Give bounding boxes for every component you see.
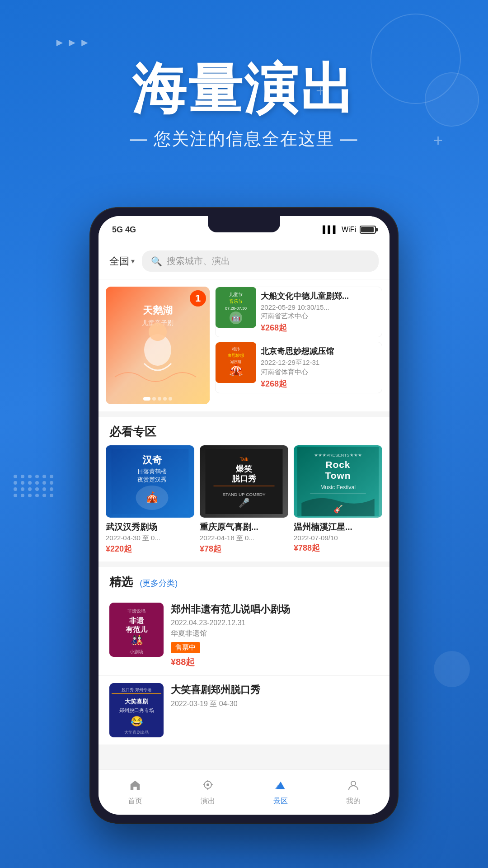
phone-screen: 5G 4G ▌▌▌ WiFi 全国 ▾ 🔍 (99, 216, 389, 815)
content-area: 天鹅湖 儿童亲子剧 1 (99, 279, 389, 779)
svg-text:🤖: 🤖 (231, 313, 240, 322)
sel-poster-2-artwork: 脱口秀·郑州专场 大笑喜剧 郑州脱口秀专场 😂 大笑喜剧出品 (109, 683, 164, 737)
selected-label: 精选 (109, 575, 133, 589)
card-2-artwork: 相扑 奇思妙想 减压馆 🎪 (216, 342, 256, 383)
nav-item-scenic[interactable]: 景区 (244, 779, 317, 806)
hero-title: 海量演出 (0, 59, 488, 118)
banner-card-1-date: 2022-05-29 10:30/15... (261, 303, 378, 311)
banner-card-2[interactable]: 相扑 奇思妙想 减压馆 🎪 北京奇思妙想减压馆 2022-12-29至12-31 (215, 342, 382, 393)
svg-text:有范儿: 有范儿 (125, 626, 148, 633)
selected-more-tag[interactable]: (更多分类) (140, 579, 178, 588)
shows-icon (202, 779, 214, 795)
selected-date-2: 2022-03-19 至 04-30 (171, 699, 379, 709)
svg-text:汉奇: 汉奇 (142, 454, 163, 466)
poster-3-artwork: ★★★PRESENTS★★★ Rock Town Music Festival … (294, 445, 382, 518)
svg-text:日落黄鹤楼: 日落黄鹤楼 (137, 468, 167, 475)
svg-rect-26 (214, 486, 275, 486)
svg-text:★★★PRESENTS★★★: ★★★PRESENTS★★★ (314, 453, 361, 458)
svg-text:夜赏楚汉秀: 夜赏楚汉秀 (137, 476, 167, 483)
svg-text:脱口秀·郑州专场: 脱口秀·郑州专场 (122, 688, 151, 692)
selected-venue-1: 华夏非遗馆 (171, 629, 379, 638)
svg-text:音乐节: 音乐节 (229, 299, 243, 304)
banner-card-1-image: 儿童节 音乐节 07.28-07.30 🤖 (216, 287, 256, 328)
must-see-item-2-price: ¥78起 (200, 543, 288, 554)
svg-text:脱口秀: 脱口秀 (231, 474, 257, 483)
search-icon: 🔍 (151, 256, 162, 267)
status-badge-1: 售票中 (171, 642, 200, 653)
nav-item-profile[interactable]: 我的 (317, 779, 389, 806)
phone-frame: 5G 4G ▌▌▌ WiFi 全国 ▾ 🔍 (90, 208, 398, 823)
hero-subtitle: — 您关注的信息全在这里 — (0, 127, 488, 151)
svg-text:非遗说唱: 非遗说唱 (127, 609, 145, 613)
home-icon (129, 779, 141, 795)
svg-text:Talk: Talk (239, 457, 249, 462)
svg-text:大笑喜剧出品: 大笑喜剧出品 (124, 730, 149, 735)
banner-card-1-price: ¥268起 (261, 322, 378, 333)
nav-shows-label: 演出 (201, 797, 215, 806)
svg-text:小剧场: 小剧场 (130, 649, 143, 654)
must-see-item-3-name: 温州楠溪江星... (294, 521, 382, 533)
status-bar: 5G 4G ▌▌▌ WiFi (99, 216, 389, 243)
banner-main[interactable]: 天鹅湖 儿童亲子剧 1 (106, 287, 210, 404)
4g-label: 4G (125, 225, 136, 234)
hero-section: 海量演出 — 您关注的信息全在这里 — (0, 59, 488, 151)
network-status: 5G 4G (112, 225, 136, 235)
must-see-item-3-price: ¥788起 (294, 542, 382, 553)
svg-text:儿童节: 儿童节 (229, 292, 243, 297)
bg-decoration-play: ►►► (54, 36, 92, 49)
svg-text:07.28-07.30: 07.28-07.30 (225, 306, 247, 311)
nav-profile-label: 我的 (346, 797, 361, 806)
selected-item-2[interactable]: 脱口秀·郑州专场 大笑喜剧 郑州脱口秀专场 😂 大笑喜剧出品 大笑喜剧郑 (99, 676, 389, 745)
scenic-icon (274, 779, 287, 795)
poster-1-svg: 汉奇 日落黄鹤楼 夜赏楚汉秀 🎪 (109, 449, 191, 514)
banner-card-1[interactable]: 儿童节 音乐节 07.28-07.30 🤖 大船文化中德儿童剧郑... (215, 287, 382, 337)
must-see-item-3[interactable]: ★★★PRESENTS★★★ Rock Town Music Festival … (294, 445, 382, 554)
must-see-label: 必看专区 (109, 425, 156, 439)
chevron-down-icon: ▾ (131, 257, 135, 265)
selected-section: 精选 (更多分类) 非遗说唱 非遗 有范儿 🎎 (99, 567, 389, 745)
selected-price-1: ¥88起 (171, 656, 379, 668)
svg-text:Music Festival: Music Festival (320, 484, 356, 491)
sel-poster-1-svg: 非遗说唱 非遗 有范儿 🎎 小剧场 (109, 603, 164, 657)
svg-text:爆笑: 爆笑 (235, 464, 253, 473)
banner-main-image: 天鹅湖 儿童亲子剧 1 (106, 287, 210, 404)
banner-card-2-price: ¥268起 (261, 378, 378, 389)
svg-text:郑州脱口秀专场: 郑州脱口秀专场 (119, 708, 154, 713)
search-placeholder: 搜索城市、演出 (167, 255, 230, 267)
nav-item-shows[interactable]: 演出 (171, 779, 244, 806)
card-1-artwork: 儿童节 音乐节 07.28-07.30 🤖 (216, 287, 256, 328)
location-selector[interactable]: 全国 ▾ (109, 255, 135, 268)
app-header: 全国 ▾ 🔍 搜索城市、演出 (99, 243, 389, 279)
svg-text:大笑喜剧: 大笑喜剧 (124, 698, 148, 705)
selected-date-1: 2022.04.23-2022.12.31 (171, 619, 379, 627)
phone-mockup: 5G 4G ▌▌▌ WiFi 全国 ▾ 🔍 (90, 208, 398, 823)
svg-text:🎸: 🎸 (333, 505, 343, 514)
battery-icon (360, 226, 376, 234)
svg-text:🎪: 🎪 (228, 361, 244, 376)
banner-card-2-image: 相扑 奇思妙想 减压馆 🎪 (216, 342, 256, 383)
must-see-item-2[interactable]: Talk 爆笑 脱口秀 STAND UP COMEDY 🎤 重庆原 (200, 445, 288, 554)
must-see-item-1[interactable]: 汉奇 日落黄鹤楼 夜赏楚汉秀 🎪 武汉汉秀剧场 2022-04-30 至 0. (106, 445, 194, 554)
location-label: 全国 (109, 255, 129, 268)
must-see-item-1-date: 2022-04-30 至 0... (106, 534, 194, 542)
poster-3-svg: ★★★PRESENTS★★★ Rock Town Music Festival … (296, 447, 380, 516)
banner-card-2-venue: 河南省体育中心 (261, 368, 378, 377)
must-see-item-3-date: 2022-07-09/10 (294, 534, 382, 542)
must-see-header: 必看专区 (99, 417, 389, 445)
svg-text:奇思妙想: 奇思妙想 (228, 353, 244, 358)
banner-card-1-title: 大船文化中德儿童剧郑... (261, 291, 378, 302)
banner-badge: 1 (190, 290, 206, 307)
poster-2-artwork: Talk 爆笑 脱口秀 STAND UP COMEDY 🎤 (200, 445, 288, 518)
svg-text:😂: 😂 (131, 715, 143, 727)
wifi-icon: WiFi (342, 226, 356, 234)
bottom-nav: 首页 演出 (99, 769, 389, 815)
search-bar[interactable]: 🔍 搜索城市、演出 (142, 250, 379, 272)
sel-poster-2-svg: 脱口秀·郑州专场 大笑喜剧 郑州脱口秀专场 😂 大笑喜剧出品 (109, 683, 164, 737)
must-see-section: 汉奇 日落黄鹤楼 夜赏楚汉秀 🎪 武汉汉秀剧场 2022-04-30 至 0. (99, 445, 389, 561)
nav-item-home[interactable]: 首页 (99, 779, 171, 806)
poster-1-artwork: 汉奇 日落黄鹤楼 夜赏楚汉秀 🎪 (106, 445, 194, 518)
signal-icon: ▌▌▌ (323, 226, 338, 234)
selected-item-1[interactable]: 非遗说唱 非遗 有范儿 🎎 小剧场 郑州非遗有范儿说唱小剧场 2022.04.2… (99, 595, 389, 676)
sel-poster-1-artwork: 非遗说唱 非遗 有范儿 🎎 小剧场 (109, 603, 164, 657)
bg-decoration-dots (14, 475, 54, 497)
